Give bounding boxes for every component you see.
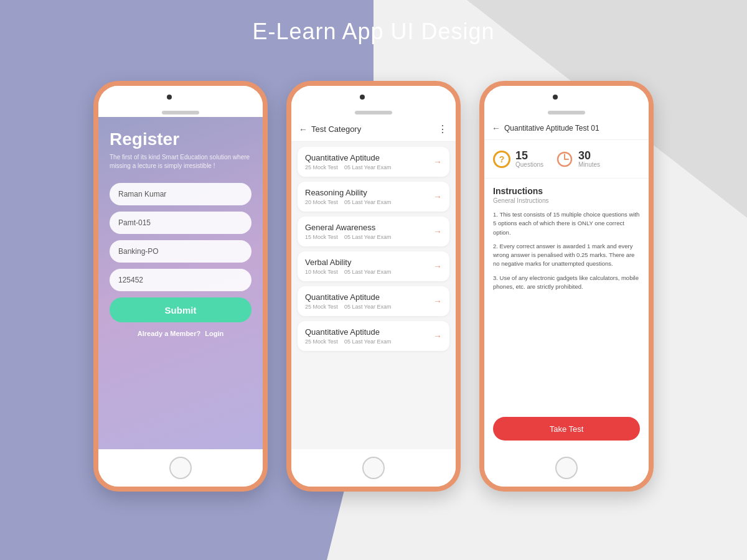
phone2-header-left: ← Test Category: [299, 124, 361, 134]
phone1-camera: [167, 95, 172, 100]
test-item[interactable]: Reasoning Ability 20 Mock Test 05 Last Y…: [298, 182, 449, 212]
minutes-label: Minutes: [578, 161, 600, 168]
phone2-camera: [360, 95, 365, 100]
phone3-home-button[interactable]: [555, 457, 578, 479]
phone1-bottom: [98, 449, 263, 487]
clock-icon: [556, 151, 573, 168]
member-text: Already a Member? Login: [110, 330, 251, 337]
test-item-arrow: →: [433, 296, 442, 306]
questions-label: Questions: [515, 161, 543, 168]
test-item-meta: 25 Mock Test 05 Last Year Exam: [305, 338, 433, 345]
instruction-3: 3. Use of any electronic gadgets like ca…: [493, 274, 640, 292]
stats-row: ? 15 Questions 30 Minutes: [484, 140, 649, 179]
menu-icon[interactable]: ⋮: [438, 123, 448, 135]
register-subtitle: The first of its kind Smart Education so…: [110, 153, 251, 170]
test-item-arrow: →: [433, 192, 442, 202]
test-detail-title: Quantitative Aptitude Test 01: [504, 124, 599, 133]
test-list: Quantitative Aptitude 25 Mock Test 05 La…: [291, 142, 456, 356]
minutes-stat: 30 Minutes: [556, 150, 600, 168]
test-item[interactable]: Verbal Ability 10 Mock Test 05 Last Year…: [298, 251, 449, 281]
login-link[interactable]: Login: [205, 330, 223, 337]
course-input[interactable]: Banking-PO: [110, 240, 251, 263]
test-item-meta: 15 Mock Test 05 Last Year Exam: [305, 234, 433, 240]
submit-label: Submit: [165, 305, 197, 315]
instruction-2: 2. Every correct answer is awarded 1 mar…: [493, 242, 640, 269]
phone2-speaker: [355, 111, 392, 114]
phone-test-category: ← Test Category ⋮ Quantitative Aptitude …: [286, 81, 461, 492]
question-icon: ?: [493, 151, 510, 168]
instruction-1: 1. This test consists of 15 multiple cho…: [493, 210, 640, 237]
back-icon[interactable]: ←: [492, 123, 500, 133]
take-test-button[interactable]: Take Test: [493, 417, 640, 441]
questions-info: 15 Questions: [515, 150, 543, 168]
name-input[interactable]: Raman Kumar: [110, 183, 251, 205]
instructions-section: Instructions General Instructions 1. Thi…: [484, 179, 649, 411]
test-item-name: Quantitative Aptitude: [305, 153, 433, 162]
test-item[interactable]: Quantitative Aptitude 25 Mock Test 05 La…: [298, 286, 449, 316]
phones-container: Register The first of its kind Smart Edu…: [0, 81, 747, 492]
instructions-title: Instructions: [493, 186, 640, 196]
test-item-info: Reasoning Ability 20 Mock Test 05 Last Y…: [305, 188, 433, 205]
phone2-bottom: [291, 449, 456, 487]
page-title: E-Learn App UI Design: [0, 19, 747, 45]
questions-stat: ? 15 Questions: [493, 150, 543, 168]
test-item-name: Quantitative Aptitude: [305, 292, 433, 302]
phone3-screen: ← Quantitative Aptitude Test 01 ? 15 Que…: [484, 117, 649, 449]
take-test-label: Take Test: [550, 424, 584, 434]
phone1-home-button[interactable]: [169, 457, 192, 479]
name-value: Raman Kumar: [118, 190, 166, 198]
phone2-home-button[interactable]: [362, 457, 385, 479]
test-item-arrow: →: [433, 261, 442, 271]
test-item-name: Reasoning Ability: [305, 188, 433, 197]
phone-test-detail: ← Quantitative Aptitude Test 01 ? 15 Que…: [479, 81, 654, 492]
phone1-screen: Register The first of its kind Smart Edu…: [98, 117, 263, 449]
test-item-arrow: →: [433, 157, 442, 167]
test-item-arrow: →: [433, 331, 442, 341]
phone-register: Register The first of its kind Smart Edu…: [93, 81, 268, 492]
test-category-title: Test Category: [311, 124, 361, 134]
test-item-meta: 20 Mock Test 05 Last Year Exam: [305, 199, 433, 205]
course-value: Banking-PO: [118, 247, 159, 256]
phone3-header: ← Quantitative Aptitude Test 01: [484, 117, 649, 140]
test-item[interactable]: Quantitative Aptitude 25 Mock Test 05 La…: [298, 147, 449, 177]
code-input[interactable]: 125452: [110, 269, 251, 291]
phone3-bottom: [484, 449, 649, 487]
test-item-info: General Awareness 15 Mock Test 05 Last Y…: [305, 223, 433, 240]
phone2-screen: ← Test Category ⋮ Quantitative Aptitude …: [291, 117, 456, 449]
register-title: Register: [110, 129, 251, 149]
member-question: Already a Member?: [138, 330, 200, 337]
test-item-meta: 10 Mock Test 05 Last Year Exam: [305, 269, 433, 275]
test-item-info: Quantitative Aptitude 25 Mock Test 05 La…: [305, 153, 433, 170]
phone3-speaker: [548, 111, 585, 114]
test-item-meta: 25 Mock Test 05 Last Year Exam: [305, 304, 433, 310]
test-item-name: Verbal Ability: [305, 258, 433, 267]
submit-button[interactable]: Submit: [110, 297, 251, 322]
code-value: 125452: [118, 276, 143, 284]
id-input[interactable]: Pamt-015: [110, 212, 251, 234]
phone2-header: ← Test Category ⋮: [291, 117, 456, 142]
phone1-speaker: [162, 111, 199, 114]
back-icon[interactable]: ←: [299, 124, 308, 134]
phone1-top: [98, 86, 263, 117]
test-item[interactable]: Quantitative Aptitude 25 Mock Test 05 La…: [298, 321, 449, 351]
test-item-info: Quantitative Aptitude 25 Mock Test 05 La…: [305, 327, 433, 345]
phone3-top: [484, 86, 649, 117]
phone2-top: [291, 86, 456, 117]
questions-number: 15: [515, 150, 543, 161]
test-item[interactable]: General Awareness 15 Mock Test 05 Last Y…: [298, 217, 449, 246]
test-item-info: Verbal Ability 10 Mock Test 05 Last Year…: [305, 258, 433, 275]
test-item-name: Quantitative Aptitude: [305, 327, 433, 337]
test-item-meta: 25 Mock Test 05 Last Year Exam: [305, 164, 433, 170]
phone3-camera: [553, 95, 558, 100]
minutes-number: 30: [578, 150, 600, 161]
instructions-subtitle: General Instructions: [493, 197, 640, 204]
test-item-info: Quantitative Aptitude 25 Mock Test 05 La…: [305, 292, 433, 310]
test-item-name: General Awareness: [305, 223, 433, 232]
id-value: Pamt-015: [118, 218, 151, 227]
test-item-arrow: →: [433, 226, 442, 236]
minutes-info: 30 Minutes: [578, 150, 600, 168]
